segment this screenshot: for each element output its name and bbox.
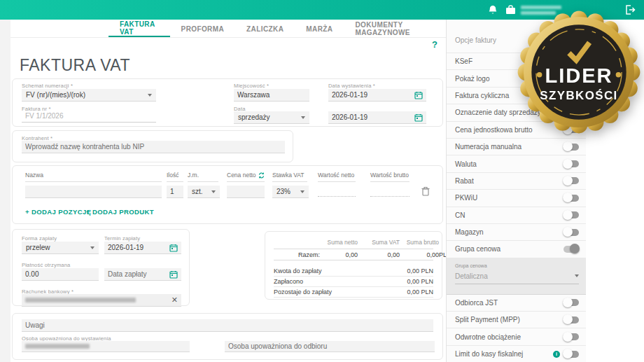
toggle-rabat[interactable]	[564, 177, 579, 184]
sidebar-item-limit-kasy-fiskalnej[interactable]: Limit do kasy fiskalnej i	[447, 346, 586, 362]
date-type-select[interactable]: sprzedaży	[234, 111, 309, 124]
add-product-button[interactable]: + DODAJ PRODUKT	[86, 208, 154, 216]
item-name-input[interactable]	[25, 186, 162, 198]
sale-date-field[interactable]: 2026-01-19	[328, 111, 426, 124]
lider-szybkosci-badge: LIDER SZYBKOŚCI	[513, 6, 644, 138]
item-net-value-readout	[318, 186, 356, 197]
sync-icon[interactable]	[258, 172, 265, 179]
toggle-magazyn[interactable]	[564, 229, 579, 236]
clear-icon[interactable]: ✕	[172, 296, 178, 304]
col-jm: J.m.	[188, 172, 218, 182]
toggle-grupa-cenowa[interactable]	[564, 246, 579, 253]
tab-marza[interactable]: MARŻA	[295, 20, 344, 37]
miejscowosc-label: Miejscowość *	[234, 83, 269, 89]
chevron-down-icon	[575, 274, 579, 277]
col-cena-netto: Cena netto	[227, 172, 265, 182]
calendar-icon[interactable]	[414, 91, 423, 99]
toggle-split-payment[interactable]	[564, 316, 579, 323]
chevron-down-icon	[300, 190, 304, 193]
toggle-odbiorca-jst[interactable]	[564, 299, 579, 306]
toggle-numeracja-manualna[interactable]	[564, 144, 579, 151]
invoice-items-card: Nazwa Ilość J.m. Cena netto Stawka VAT W…	[12, 165, 443, 224]
document-type-tabs: FAKTURA VAT PROFORMA ZALICZKA MARŻA DOKU…	[10, 20, 446, 38]
chevron-down-icon	[90, 246, 94, 249]
chevron-down-icon	[211, 190, 216, 193]
notes-input[interactable]	[22, 319, 433, 332]
bell-icon[interactable]	[488, 5, 498, 15]
tab-dokumenty-magazynowe[interactable]: DOKUMENTY MAGAZYNOWE	[344, 20, 446, 37]
badge-line2: SZYBKOŚCI	[540, 89, 617, 102]
col-stawka-vat: Stawka VAT	[272, 172, 307, 182]
info-icon[interactable]: i	[553, 351, 560, 358]
sidebar-item-rabat[interactable]: Rabat	[447, 173, 586, 190]
add-position-button[interactable]: + DODAJ POZYCJĘ	[25, 208, 91, 216]
badge-line1: LIDER	[545, 64, 613, 87]
receiver-person-input[interactable]	[225, 341, 435, 352]
notes-card: Osoba upoważniona do wystawienia	[12, 313, 443, 360]
toggle-cn[interactable]	[564, 211, 579, 218]
item-gross-value-readout	[370, 186, 410, 197]
sidebar-item-odbiorca-jst[interactable]: Odbiorca JST	[447, 295, 586, 312]
sidebar-item-grupa-cenowa[interactable]: Grupa cenowa	[447, 241, 586, 258]
numbering-scheme-select[interactable]: FV (nr)/(mies)/(rok)	[22, 89, 156, 102]
summary-card: Suma netto Suma VAT Suma brutto Razem: 0…	[265, 231, 442, 300]
item-vat-rate-select[interactable]: 23%	[272, 186, 309, 198]
badge-left-dot	[537, 72, 542, 78]
sidebar-item-numeracja-manualna[interactable]: Numeracja manualna	[447, 139, 586, 155]
summary-column-headers: Suma netto Suma VAT Suma brutto	[274, 236, 433, 249]
paid-row: Zapłacono0,00 PLN	[274, 277, 433, 287]
col-nazwa: Nazwa	[25, 172, 162, 182]
trash-icon[interactable]	[421, 186, 430, 196]
payment-method-select[interactable]: przelew	[22, 242, 99, 254]
tab-proforma[interactable]: PROFORMA	[170, 20, 236, 37]
tab-faktura-vat[interactable]: FAKTURA VAT	[108, 20, 170, 37]
plus-icon: +	[25, 208, 29, 216]
chevron-down-icon	[301, 116, 305, 119]
grupa-cenowa-panel: Grupa cenowa Detaliczna	[447, 258, 586, 295]
grupa-cenowa-select[interactable]: Detaliczna	[455, 272, 579, 284]
city-field[interactable]	[234, 89, 309, 102]
sidebar-item-waluta[interactable]: Waluta	[447, 155, 586, 172]
contractor-search-input[interactable]	[22, 141, 285, 153]
platnosc-otrzymana-label: Płatność otrzymana	[22, 262, 70, 268]
issue-date-field[interactable]: 2026-01-19	[328, 89, 426, 102]
invoice-number-field[interactable]	[22, 110, 156, 123]
toggle-pkwiu[interactable]	[564, 195, 579, 202]
calendar-icon[interactable]	[169, 270, 178, 279]
toggle-limit-kasy-fiskalnej[interactable]	[564, 351, 579, 358]
contractor-card: Kontrahent *	[12, 130, 293, 162]
badge-right-dot	[616, 72, 622, 78]
invoice-header-card: Schemat numeracji * FV (nr)/(mies)/(rok)…	[12, 78, 443, 127]
toggle-waluta[interactable]	[564, 160, 579, 167]
calendar-icon[interactable]	[169, 244, 178, 252]
sidebar-item-odwrotne-obciazenie[interactable]: Odwrotne obciążenie	[447, 328, 586, 345]
bank-account-field[interactable]: ✕	[22, 294, 181, 307]
help-icon[interactable]: ?	[432, 39, 438, 50]
toggle-odwrotne-obciazenie[interactable]	[564, 333, 579, 340]
sidebar-item-pkwiu[interactable]: PKWiU	[447, 190, 586, 207]
summary-total-row: Razem: 0,00 0,00 0,00 PLN	[274, 249, 433, 260]
redacted-person-name	[25, 344, 90, 349]
plus-icon: +	[86, 208, 90, 216]
chevron-down-icon	[148, 94, 152, 97]
col-ilosc: Ilość	[167, 172, 183, 182]
tab-zaliczka[interactable]: ZALICZKA	[235, 20, 295, 37]
issuer-person-field[interactable]	[22, 341, 190, 352]
grupa-cenowa-label: Grupa cenowa	[455, 263, 579, 268]
col-wartosc-netto: Wartość netto	[318, 172, 356, 182]
item-net-price-input[interactable]	[227, 186, 265, 198]
payment-due-date-field[interactable]: 2026-01-19	[104, 242, 181, 254]
sidebar-item-cn[interactable]: CN	[447, 207, 586, 224]
payment-card: Forma zapłaty przelew Termin zapłaty 202…	[12, 229, 190, 306]
item-unit-select[interactable]: szt.	[188, 186, 220, 198]
item-quantity-input[interactable]	[167, 186, 183, 198]
calendar-icon[interactable]	[414, 113, 423, 122]
payment-received-input[interactable]	[22, 268, 99, 281]
forma-zaplaty-label: Forma zapłaty	[22, 235, 57, 242]
sidebar-item-magazyn[interactable]: Magazyn	[447, 224, 586, 241]
redacted-bank-account	[25, 298, 136, 302]
schemat-label: Schemat numeracji *	[22, 83, 73, 89]
col-wartosc-brutto: Wartość brutto	[370, 172, 410, 182]
payment-date-field[interactable]: Data zapłaty	[104, 268, 181, 281]
sidebar-item-split-payment[interactable]: Split Payment (MPP)	[447, 312, 586, 328]
